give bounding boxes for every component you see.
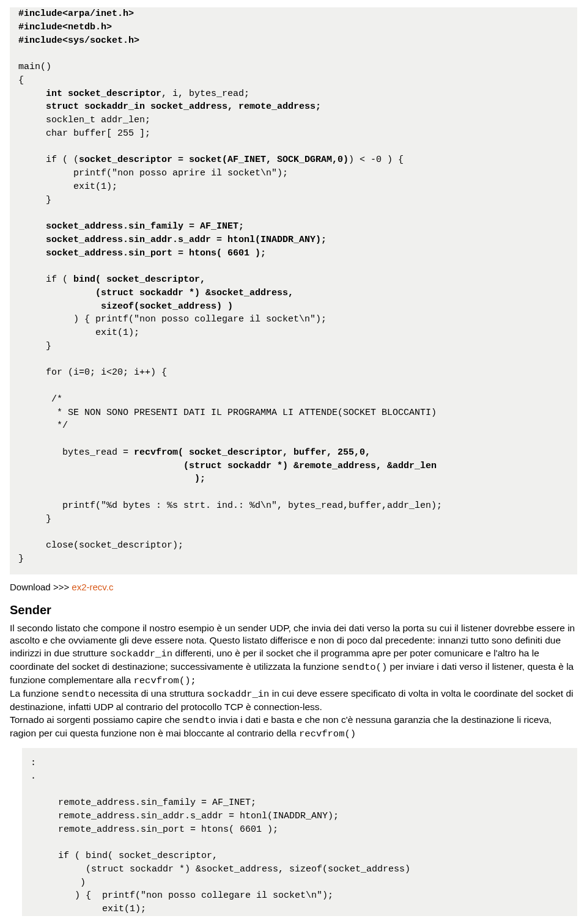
code-span: bind( socket_descriptor,	[73, 274, 205, 285]
section-heading-sender: Sender	[10, 603, 577, 617]
inline-code: sendto()	[342, 662, 387, 673]
code-span: , i, bytes_read;	[161, 89, 249, 99]
inline-code: sendto	[61, 689, 95, 700]
code-line: socklen_t addr_len;	[18, 115, 150, 125]
inline-code: sockaddr_in	[207, 689, 269, 700]
code-line: #include<sys/socket.h>	[18, 35, 139, 46]
code-span: ) < -0 ) {	[349, 155, 404, 165]
code-line: exit(1);	[18, 328, 139, 338]
inline-code: sockaddr_in	[110, 648, 172, 659]
code-line: {	[18, 75, 24, 86]
code-line	[18, 101, 46, 112]
code-line: :	[31, 758, 36, 768]
code-line: exit(1);	[18, 182, 117, 192]
code-line: );	[18, 474, 205, 484]
paragraph: Il secondo listato che compone il nostro…	[10, 622, 577, 741]
code-line: (struct sockaddr *) &socket_address, siz…	[31, 864, 410, 875]
code-line	[18, 89, 46, 99]
code-line: .	[31, 771, 36, 782]
code-line: socket_address.sin_port = htons( 6601 );	[18, 248, 266, 258]
code-line: }	[18, 514, 51, 524]
code-line: if ( bind( socket_descriptor,	[31, 851, 218, 861]
code-line: }	[18, 554, 24, 564]
prose-text: La funzione	[10, 688, 61, 698]
code-line: printf("non posso aprire il socket\n");	[18, 168, 288, 178]
code-span: struct sockaddr_in socket_address, remot…	[46, 101, 321, 112]
code-line: char buffer[ 255 ];	[18, 128, 150, 139]
code-line: #include<arpa/inet.h>	[18, 9, 134, 19]
download-label: Download >>>	[10, 582, 72, 592]
code-line: sizeof(socket_address) )	[18, 301, 233, 312]
code-line: * SE NON SONO PRESENTI DATI IL PROGRAMMA…	[18, 408, 437, 418]
code-line: for (i=0; i<20; i++) {	[18, 367, 167, 378]
code-listing-sender: : . remote_address.sin_family = AF_INET;…	[22, 748, 577, 916]
code-line: */	[18, 420, 68, 431]
inline-code: endto	[187, 715, 216, 726]
code-line: remote_address.sin_addr.s_addr = htonl(I…	[31, 811, 339, 821]
code-line: #include<netdb.h>	[18, 22, 112, 32]
code-line: remote_address.sin_port = htons( 6601 );	[31, 824, 278, 835]
code-line: }	[18, 195, 51, 205]
code-line: socket_address.sin_family = AF_INET;	[18, 221, 244, 232]
code-span: int socket_descriptor	[46, 89, 161, 99]
code-line: printf("%d bytes : %s strt. ind.: %d\n",…	[18, 501, 442, 511]
code-span: socket_descriptor = socket(AF_INET, SOCK…	[79, 155, 349, 165]
inline-code: recvfrom()	[299, 728, 356, 739]
code-line: if ( (	[18, 155, 79, 165]
prose-text: Tornado ai sorgenti possiamo capire che …	[10, 714, 187, 725]
download-link[interactable]: ex2-recv.c	[72, 582, 113, 592]
code-line: exit(1);	[31, 904, 146, 914]
code-span: recvfrom( socket_descriptor, buffer, 255…	[134, 447, 371, 458]
code-line: bytes_read =	[18, 447, 134, 458]
code-line: /*	[18, 394, 62, 405]
code-line: (struct sockaddr *) &socket_address,	[18, 288, 294, 298]
code-line: }	[18, 341, 51, 351]
code-line: )	[31, 878, 86, 888]
inline-code: recvfrom();	[133, 675, 196, 686]
code-line: ) { printf("non posso collegare il socke…	[31, 890, 333, 901]
code-line: main()	[18, 62, 51, 72]
code-line: if (	[18, 274, 73, 285]
code-listing-receiver: #include<arpa/inet.h> #include<netdb.h> …	[10, 7, 577, 574]
prose-text: necessita di una struttura	[95, 688, 207, 698]
code-line: (struct sockaddr *) &remote_address, &ad…	[18, 461, 437, 471]
code-line: remote_address.sin_family = AF_INET;	[31, 798, 256, 808]
code-line: ) { printf("non posso collegare il socke…	[18, 314, 327, 324]
code-line: socket_address.sin_addr.s_addr = htonl(I…	[18, 235, 327, 245]
code-line: close(socket_descriptor);	[18, 540, 183, 551]
download-line: Download >>> ex2-recv.c	[10, 582, 577, 592]
